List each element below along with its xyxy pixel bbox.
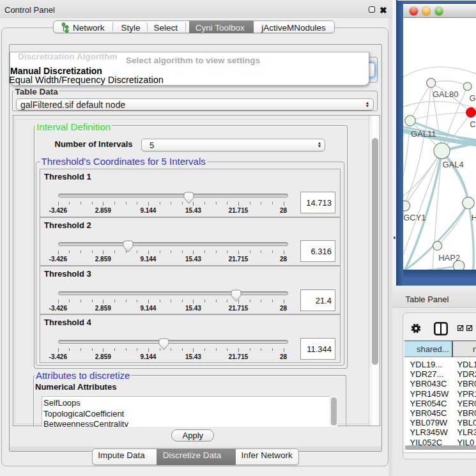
svg-text:C: C — [470, 119, 475, 129]
svg-text:GAL4: GAL4 — [442, 160, 463, 169]
svg-text:GCY1: GCY1 — [403, 213, 426, 222]
svg-text:H: H — [472, 213, 476, 222]
svg-text:GAL80: GAL80 — [433, 90, 458, 100]
svg-text:G: G — [469, 93, 475, 103]
svg-text:HAP2: HAP2 — [438, 253, 460, 263]
svg-text:GAL11: GAL11 — [411, 129, 436, 139]
